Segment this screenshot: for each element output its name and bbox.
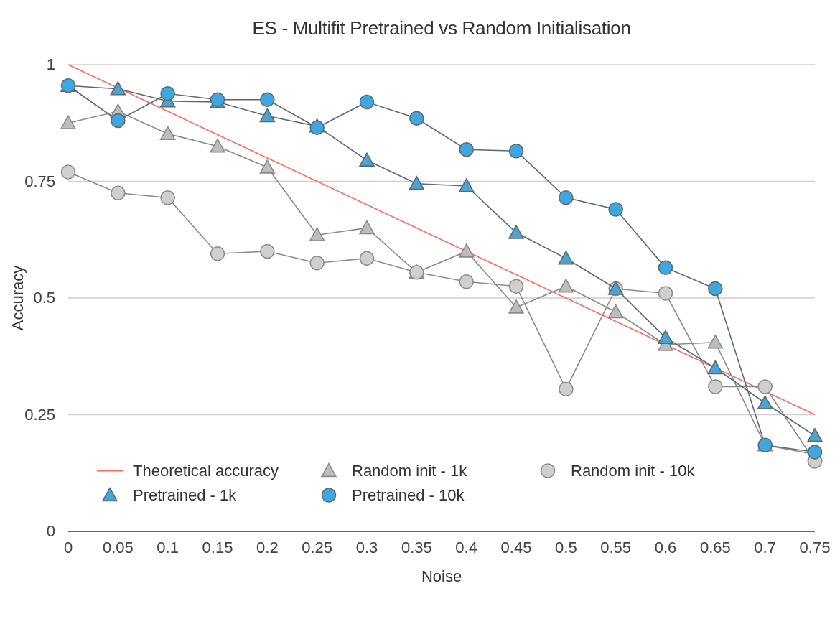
triangle-icon bbox=[609, 305, 623, 318]
circle-marker-icon bbox=[62, 79, 75, 93]
circle-marker-icon bbox=[709, 380, 722, 394]
triangle-icon bbox=[260, 160, 274, 173]
chart-container: ES - Multifit Pretrained vs Random Initi… bbox=[0, 0, 840, 619]
triangle-icon bbox=[260, 109, 274, 122]
circle-marker-icon bbox=[709, 282, 722, 296]
circle-marker-icon bbox=[211, 93, 225, 106]
triangle-icon bbox=[559, 279, 573, 292]
circle-marker-icon bbox=[161, 191, 174, 205]
circle-marker-icon bbox=[609, 203, 622, 216]
circle-marker-icon bbox=[161, 87, 174, 101]
circle-marker-icon bbox=[360, 251, 374, 265]
circle-marker-icon bbox=[211, 247, 225, 261]
x-tick-label: 0.45 bbox=[501, 539, 532, 557]
y-tick-label: 0.5 bbox=[33, 289, 55, 307]
circle-marker-icon bbox=[758, 380, 772, 394]
circle-marker-icon bbox=[360, 96, 374, 109]
x-tick-label: 0.1 bbox=[157, 539, 179, 557]
x-tick-label: 0.05 bbox=[103, 539, 134, 557]
triangle-icon bbox=[103, 488, 117, 501]
circle-marker-icon bbox=[62, 165, 75, 179]
circle-marker-icon bbox=[758, 438, 772, 452]
circle-marker-icon bbox=[111, 186, 125, 200]
legend-label: Pretrained - 1k bbox=[133, 486, 237, 504]
circle-marker-icon bbox=[659, 261, 673, 274]
triangle-icon bbox=[459, 244, 474, 257]
x-tick-label: 0.15 bbox=[202, 539, 233, 557]
triangle-icon bbox=[708, 335, 722, 348]
y-tick-label: 1 bbox=[47, 55, 55, 73]
series bbox=[61, 104, 822, 460]
series-line bbox=[68, 172, 815, 462]
series-line bbox=[68, 85, 815, 452]
triangle-icon bbox=[322, 464, 336, 477]
x-tick-label: 0.65 bbox=[700, 539, 731, 557]
circle-marker-icon bbox=[410, 266, 424, 279]
circle-marker-icon bbox=[541, 464, 555, 478]
circle-marker-icon bbox=[261, 93, 274, 106]
x-tick-label: 0.6 bbox=[655, 539, 677, 557]
legend-label: Pretrained - 10k bbox=[352, 486, 465, 504]
legend-label: Random init - 10k bbox=[571, 462, 695, 480]
y-axis-label: Accuracy bbox=[9, 266, 27, 330]
y-tick-label: 0.75 bbox=[24, 172, 55, 190]
x-tick-label: 0.75 bbox=[800, 539, 831, 557]
circle-marker-icon bbox=[510, 144, 523, 158]
series-line bbox=[68, 85, 815, 436]
x-tick-label: 0.2 bbox=[256, 539, 279, 557]
circle-marker-icon bbox=[261, 245, 274, 259]
x-tick-label: 0 bbox=[64, 539, 73, 557]
legend: Theoretical accuracyRandom init - 1kRand… bbox=[97, 462, 695, 504]
circle-marker-icon bbox=[510, 279, 523, 293]
circle-marker-icon bbox=[410, 111, 424, 125]
series bbox=[62, 165, 822, 468]
triangle-icon bbox=[409, 177, 424, 190]
triangle-icon bbox=[708, 361, 722, 374]
x-tick-label: 0.7 bbox=[754, 539, 776, 557]
circle-marker-icon bbox=[559, 382, 573, 396]
x-tick-label: 0.35 bbox=[401, 539, 432, 557]
chart-title: ES - Multifit Pretrained vs Random Initi… bbox=[252, 17, 630, 39]
triangle-icon bbox=[161, 126, 175, 139]
circle-marker-icon bbox=[559, 191, 573, 205]
x-tick-label: 0.55 bbox=[600, 539, 631, 557]
triangle-icon bbox=[559, 251, 573, 264]
triangle-icon bbox=[808, 429, 822, 442]
triangle-icon bbox=[360, 221, 374, 234]
legend-label: Random init - 1k bbox=[352, 462, 467, 480]
x-axis-label: Noise bbox=[421, 567, 462, 585]
circle-marker-icon bbox=[808, 445, 822, 459]
circle-marker-icon bbox=[111, 114, 125, 128]
triangle-icon bbox=[758, 396, 773, 409]
circle-marker-icon bbox=[310, 121, 324, 134]
circle-marker-icon bbox=[459, 143, 473, 157]
series bbox=[61, 78, 822, 441]
chart-svg: ES - Multifit Pretrained vs Random Initi… bbox=[0, 0, 840, 619]
triangle-icon bbox=[360, 153, 374, 166]
y-tick-label: 0.25 bbox=[24, 406, 55, 424]
circle-marker-icon bbox=[459, 275, 473, 289]
x-tick-label: 0.3 bbox=[356, 539, 378, 557]
circle-marker-icon bbox=[310, 256, 324, 270]
y-tick-label: 0 bbox=[47, 522, 55, 540]
x-tick-label: 0.5 bbox=[555, 539, 577, 557]
legend-label: Theoretical accuracy bbox=[133, 462, 279, 480]
x-tick-label: 0.4 bbox=[455, 539, 477, 557]
x-tick-label: 0.25 bbox=[302, 539, 332, 557]
circle-marker-icon bbox=[659, 287, 673, 300]
circle-marker-icon bbox=[322, 488, 336, 502]
